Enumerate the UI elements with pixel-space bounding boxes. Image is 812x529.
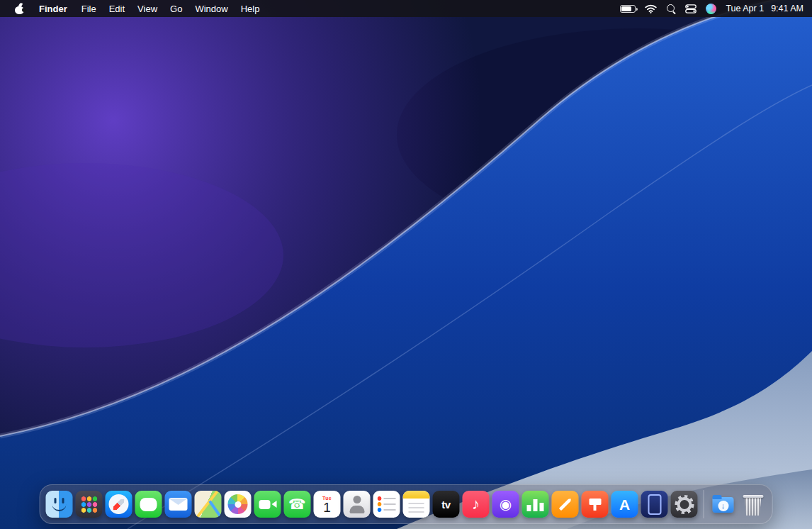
- dock-apps: ☎Tue1tv♪◉A: [46, 491, 698, 518]
- dock-icon-music[interactable]: ♪: [463, 491, 490, 518]
- app-menu-finder[interactable]: Finder: [33, 0, 74, 17]
- control-center-icon[interactable]: [685, 4, 697, 13]
- dock-icon-downloads[interactable]: ↓: [710, 491, 737, 518]
- menu-view[interactable]: View: [131, 4, 164, 14]
- menu-items: FileEditViewGoWindowHelp: [75, 4, 266, 14]
- dock-icon-appstore[interactable]: A: [611, 491, 638, 518]
- dock-icon-maps[interactable]: [195, 491, 222, 518]
- desktop-wallpaper: [0, 0, 812, 529]
- calendar-day: 1: [323, 501, 331, 514]
- spotlight-search-icon[interactable]: [666, 4, 676, 13]
- dock: ☎Tue1tv♪◉A ↓: [40, 484, 773, 524]
- dock-icon-keynote[interactable]: [582, 491, 609, 518]
- menu-bar-right: Tue Apr 1 9:41 AM: [620, 0, 803, 17]
- dock-icon-photos[interactable]: [225, 491, 252, 518]
- wallpaper-art: [0, 0, 812, 529]
- dock-separator: [704, 490, 704, 518]
- menu-go[interactable]: Go: [164, 4, 188, 14]
- dock-icon-numbers[interactable]: [522, 491, 549, 518]
- dock-icon-mail[interactable]: [165, 491, 192, 518]
- dock-icon-iphone-mirroring[interactable]: [641, 491, 668, 518]
- dock-icon-messages[interactable]: [135, 491, 162, 518]
- menu-time: 9:41 AM: [771, 4, 803, 13]
- podcasts-glyph: ◉: [500, 497, 512, 511]
- menu-bar-left: Finder FileEditViewGoWindowHelp: [9, 0, 266, 17]
- appstore-glyph: A: [619, 497, 630, 512]
- dock-icon-tv[interactable]: tv: [433, 491, 460, 518]
- tv-glyph: tv: [441, 499, 450, 510]
- siri-icon[interactable]: [706, 4, 716, 14]
- menu-file[interactable]: File: [75, 4, 103, 14]
- wifi-icon[interactable]: [645, 4, 657, 13]
- battery-icon[interactable]: [620, 5, 636, 13]
- apple-menu[interactable]: [9, 0, 31, 17]
- apple-logo-icon: [15, 3, 25, 14]
- dock-icon-phone[interactable]: ☎: [284, 491, 311, 518]
- dock-icon-contacts[interactable]: [344, 491, 371, 518]
- menu-edit[interactable]: Edit: [103, 4, 131, 14]
- dock-icon-finder[interactable]: [46, 491, 73, 518]
- downloads-glyph: ↓: [718, 501, 728, 511]
- dock-extras: ↓: [710, 491, 767, 518]
- dock-icon-trash[interactable]: [740, 491, 767, 518]
- dock-icon-settings[interactable]: [671, 491, 698, 518]
- dock-icon-notes[interactable]: [403, 491, 430, 518]
- menu-bar: Finder FileEditViewGoWindowHelp: [0, 0, 812, 17]
- dock-icon-safari[interactable]: [106, 491, 132, 518]
- dock-icon-podcasts[interactable]: ◉: [492, 491, 519, 518]
- menu-clock[interactable]: Tue Apr 1 9:41 AM: [726, 4, 803, 13]
- menu-window[interactable]: Window: [188, 4, 234, 14]
- dock-icon-pages[interactable]: [552, 491, 579, 518]
- menu-help[interactable]: Help: [235, 4, 266, 14]
- dock-icon-facetime[interactable]: [254, 491, 281, 518]
- dock-icon-calendar[interactable]: Tue1: [314, 491, 341, 518]
- phone-glyph: ☎: [288, 497, 306, 511]
- music-glyph: ♪: [472, 496, 480, 512]
- dock-icon-reminders[interactable]: [373, 491, 400, 518]
- menu-date: Tue Apr 1: [726, 4, 764, 13]
- dock-icon-launchpad[interactable]: [76, 491, 103, 518]
